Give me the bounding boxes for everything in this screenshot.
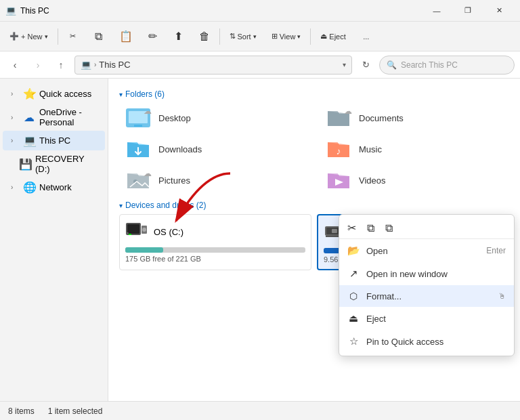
rename-icon: ✏: [148, 30, 157, 43]
sidebar-item-this-pc[interactable]: › 💻 This PC: [3, 131, 105, 150]
drive-c-info: 175 GB free of 221 GB: [125, 255, 305, 263]
folder-desktop[interactable]: ☁ Desktop: [119, 103, 309, 133]
pictures-cloud-icon: ☁: [144, 169, 152, 178]
svg-rect-2: [134, 125, 142, 127]
close-button[interactable]: ✕: [483, 0, 515, 22]
paste-button[interactable]: 📋: [112, 24, 139, 49]
new-label: + New: [21, 33, 43, 41]
refresh-button[interactable]: ↻: [356, 56, 375, 75]
folder-documents-label: Documents: [359, 113, 404, 123]
search-icon: 🔍: [387, 60, 397, 70]
maximize-button[interactable]: ❐: [452, 0, 483, 22]
sort-label: Sort: [238, 33, 251, 41]
svg-text:♪: ♪: [337, 146, 341, 156]
sidebar-item-quick-access[interactable]: › ⭐ Quick access: [3, 84, 105, 104]
ctx-eject[interactable]: ⏏ Eject: [339, 307, 514, 330]
ctx-format[interactable]: ⬡ Format... 🖱: [339, 285, 514, 307]
back-button[interactable]: ‹: [5, 56, 24, 75]
eject-button[interactable]: ⏏ Eject: [313, 24, 352, 49]
svg-rect-11: [126, 232, 129, 234]
delete-icon: 🗑: [199, 30, 210, 43]
this-pc-arrow: ›: [11, 137, 19, 144]
ctx-cut-icon[interactable]: ✂: [347, 222, 356, 234]
svg-rect-7: [127, 224, 139, 234]
folders-section-header[interactable]: ▾ Folders (6): [119, 89, 509, 99]
ctx-open-new-label: Open in new window: [366, 269, 506, 279]
more-button[interactable]: ...: [354, 24, 378, 49]
folder-music[interactable]: ♪ Music: [320, 134, 509, 164]
copy-button[interactable]: ⧉: [87, 24, 111, 49]
sidebar-item-recovery[interactable]: 💾 RECOVERY (D:): [3, 150, 105, 177]
drive-c[interactable]: OS (C:) 175 GB free of 221 GB: [119, 214, 311, 270]
search-placeholder: Search This PC: [401, 60, 458, 70]
context-toolbar: ✂ ⧉ ⧉: [339, 217, 514, 239]
ctx-open-shortcut: Enter: [486, 246, 506, 255]
documents-cloud-icon: ☁: [344, 106, 352, 116]
title-bar-title: This PC: [20, 6, 421, 16]
cut-button[interactable]: ✂: [61, 24, 85, 49]
this-pc-icon: 💻: [23, 134, 35, 147]
forward-button[interactable]: ›: [28, 56, 47, 75]
path-chevron: ›: [94, 61, 96, 68]
network-label: Network: [39, 182, 100, 192]
devices-section-header[interactable]: ▾ Devices and drives (2): [119, 201, 509, 210]
folder-videos[interactable]: Videos: [320, 165, 509, 195]
minimize-button[interactable]: —: [421, 0, 452, 22]
ctx-eject-icon: ⏏: [347, 312, 360, 324]
context-menu: ✂ ⧉ ⧉ 📂 Open Enter ↗ Open in new window …: [339, 214, 515, 356]
ctx-paste-icon[interactable]: ⧉: [385, 222, 393, 234]
folder-downloads[interactable]: Downloads: [119, 134, 309, 164]
main-layout: › ⭐ Quick access › ☁ OneDrive - Personal…: [0, 79, 520, 401]
delete-button[interactable]: 🗑: [192, 24, 217, 49]
toolbar: ➕ + New ▾ ✂ ⧉ 📋 ✏ ⬆ 🗑 ⇅ Sort ▾ ⊞ View ▾: [0, 22, 520, 51]
content-area: ▾ Folders (6) ☁ Desktop: [108, 79, 520, 401]
ctx-format-icon: ⬡: [347, 291, 360, 301]
ctx-format-label: Format...: [366, 291, 492, 301]
folder-music-icon: ♪: [325, 138, 352, 160]
eject-icon: ⏏: [320, 32, 327, 41]
ctx-copy-icon[interactable]: ⧉: [367, 222, 374, 234]
view-dropdown-icon: ▾: [297, 33, 301, 40]
folders-grid: ☁ Desktop ☁ Documents: [119, 103, 509, 195]
sidebar-item-onedrive[interactable]: › ☁ OneDrive - Personal: [3, 104, 105, 131]
folder-pictures[interactable]: ☁ Pictures: [119, 165, 309, 195]
path-icon: 💻: [81, 60, 91, 70]
more-icon: ...: [363, 33, 369, 41]
new-button[interactable]: ➕ + New ▾: [3, 24, 55, 49]
share-icon: ⬆: [174, 30, 183, 43]
view-button[interactable]: ⊞ View ▾: [265, 24, 308, 49]
ctx-open[interactable]: 📂 Open Enter: [339, 239, 514, 262]
separator-3: [310, 28, 311, 45]
onedrive-label: OneDrive - Personal: [39, 107, 100, 127]
recovery-icon: 💾: [19, 158, 31, 171]
paste-icon: 📋: [119, 30, 133, 43]
share-button[interactable]: ⬆: [167, 24, 191, 49]
drive-c-icon: [125, 220, 148, 243]
separator-2: [219, 28, 220, 45]
folder-documents[interactable]: ☁ Documents: [320, 103, 509, 133]
folder-music-label: Music: [359, 144, 382, 154]
path-dropdown-chevron: ▾: [343, 61, 346, 68]
path-label: This PC: [99, 60, 130, 70]
sort-dropdown-icon: ▾: [253, 33, 257, 40]
status-bar: 8 items 1 item selected: [0, 401, 520, 420]
sort-button[interactable]: ⇅ Sort ▾: [223, 24, 263, 49]
search-box[interactable]: 🔍 Search This PC: [379, 56, 515, 75]
up-button[interactable]: ↑: [51, 56, 70, 75]
sidebar: › ⭐ Quick access › ☁ OneDrive - Personal…: [0, 79, 108, 401]
network-icon: 🌐: [23, 181, 35, 194]
quick-access-icon: ⭐: [23, 87, 35, 100]
drive-c-bar-bg: [125, 247, 305, 253]
address-path[interactable]: 💻 › This PC ▾: [74, 56, 352, 75]
onedrive-icon: ☁: [23, 111, 35, 124]
sidebar-item-network[interactable]: › 🌐 Network: [3, 177, 105, 197]
recovery-label: RECOVERY (D:): [35, 154, 100, 174]
drive-c-label: OS (C:): [154, 227, 183, 237]
folder-pictures-label: Pictures: [158, 175, 190, 186]
drive-c-bar-fill: [125, 247, 163, 253]
ctx-pin-quick-access[interactable]: ☆ Pin to Quick access: [339, 330, 514, 353]
ctx-open-new-window[interactable]: ↗ Open in new window: [339, 262, 514, 285]
rename-button[interactable]: ✏: [141, 24, 165, 49]
eject-label: Eject: [329, 33, 345, 41]
svg-rect-10: [129, 234, 131, 235]
